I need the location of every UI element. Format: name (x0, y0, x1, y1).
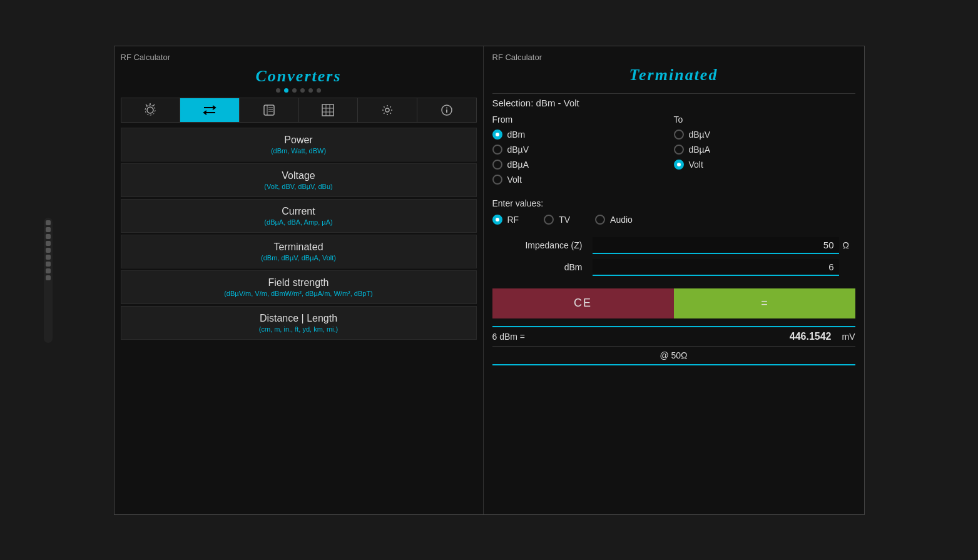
to-dbuv[interactable]: dBµV (674, 130, 855, 140)
result-label: 6 dBm = (492, 332, 790, 342)
menu-distance-sub: (cm, m, in., ft, yd, km, mi.) (131, 325, 466, 333)
result-unit: mV (837, 332, 855, 342)
svg-point-0 (147, 107, 153, 113)
left-panel-title: RF Calculator (121, 53, 477, 62)
impedance-label: Impedance (Z) (492, 240, 593, 250)
dot-2 (284, 88, 288, 93)
menu-terminated[interactable]: Terminated (dBm, dBµV, dBµA, Volt) (121, 235, 477, 268)
from-dbm[interactable]: dBm (492, 130, 674, 140)
separator-top (492, 93, 855, 94)
to-dbuv-radio[interactable] (674, 130, 684, 140)
svg-rect-10 (322, 104, 334, 116)
from-dbuv-label: dBµV (507, 145, 529, 155)
signal-rf-radio[interactable] (492, 215, 502, 225)
toolbar-settings[interactable] (358, 98, 417, 122)
to-dbuv-label: dBµV (689, 130, 711, 140)
svg-point-15 (385, 108, 389, 112)
to-volt[interactable]: Volt (674, 160, 855, 170)
impedance-unit: Ω (843, 240, 855, 250)
from-dbua-radio[interactable] (492, 160, 502, 170)
menu-voltage-sub: (Volt, dBV, dBµV, dBu) (131, 183, 466, 190)
from-col: From dBm dBµV dBµA Volt (492, 115, 674, 190)
from-dbm-radio[interactable] (492, 130, 502, 140)
signal-audio-label: Audio (610, 215, 633, 225)
menu-voltage-title: Voltage (131, 170, 466, 181)
menu-distance-title: Distance | Length (131, 313, 466, 324)
dbm-input[interactable] (593, 259, 839, 276)
menu-current[interactable]: Current (dBµA, dBA, Amp, µA) (121, 199, 477, 233)
equals-button[interactable]: = (674, 288, 855, 318)
result-value: 446.1542 (790, 331, 832, 342)
to-header: To (674, 115, 855, 125)
signal-tv[interactable]: TV (544, 215, 570, 225)
menu-power[interactable]: Power (dBm, Watt, dBW) (121, 128, 477, 161)
to-dbua-label: dBµA (689, 145, 711, 155)
selection-label: Selection: dBm - Volt (492, 98, 855, 108)
dot-4 (300, 88, 305, 93)
from-dbuv[interactable]: dBµV (492, 145, 674, 155)
signal-tv-radio[interactable] (544, 215, 554, 225)
dots-row (121, 88, 477, 93)
signal-type-row: RF TV Audio (492, 215, 855, 230)
from-dbuv-radio[interactable] (492, 145, 502, 155)
result-row: 6 dBm = 446.1542 mV (492, 326, 855, 347)
toolbar-book[interactable] (240, 98, 299, 122)
from-volt-radio[interactable] (492, 175, 502, 185)
toolbar (121, 98, 477, 123)
menu-terminated-title: Terminated (131, 242, 466, 253)
menu-distance[interactable]: Distance | Length (cm, m, in., ft, yd, k… (121, 306, 477, 340)
toolbar-info[interactable] (417, 98, 476, 122)
signal-tv-label: TV (559, 215, 570, 225)
dbm-row: dBm (492, 259, 855, 276)
dot-5 (308, 88, 313, 93)
toolbar-antenna[interactable] (121, 98, 181, 122)
from-volt-label: Volt (507, 175, 522, 185)
impedance-input[interactable] (593, 237, 839, 254)
dbm-label: dBm (492, 262, 593, 272)
menu-voltage[interactable]: Voltage (Volt, dBV, dBµV, dBu) (121, 163, 477, 197)
menu-fieldstrength[interactable]: Field strength (dBµV/m, V/m, dBmW/m², dB… (121, 270, 477, 304)
converters-heading: Converters (121, 67, 477, 86)
buttons-row: CE = (492, 288, 855, 318)
menu-current-title: Current (131, 206, 466, 217)
menu-terminated-sub: (dBm, dBµV, dBµA, Volt) (131, 254, 466, 262)
app-container: RF Calculator Converters (114, 46, 865, 515)
dot-6 (317, 88, 321, 93)
enter-values-label: Enter values: (492, 198, 855, 208)
menu-fieldstrength-title: Field strength (131, 277, 466, 288)
svg-line-3 (146, 104, 148, 106)
from-header: From (492, 115, 674, 125)
from-to-row: From dBm dBµV dBµA Volt (492, 115, 855, 190)
to-volt-radio[interactable] (674, 160, 684, 170)
menu-fieldstrength-sub: (dBµV/m, V/m, dBmW/m², dBµA/m, W/m², dBp… (131, 290, 466, 297)
to-dbua-radio[interactable] (674, 145, 684, 155)
signal-audio[interactable]: Audio (595, 215, 633, 225)
right-panel-title: RF Calculator (492, 53, 855, 62)
menu-current-sub: (dBµA, dBA, Amp, µA) (131, 218, 466, 226)
from-dbua-label: dBµA (507, 160, 529, 170)
from-dbua[interactable]: dBµA (492, 160, 674, 170)
svg-point-18 (446, 107, 447, 108)
from-volt[interactable]: Volt (492, 175, 674, 185)
signal-rf-label: RF (507, 215, 519, 225)
scrollbar[interactable] (44, 218, 53, 343)
dot-3 (292, 88, 297, 93)
to-col: To dBµV dBµA Volt (674, 115, 855, 190)
menu-power-title: Power (131, 135, 466, 146)
to-volt-label: Volt (689, 160, 703, 170)
toolbar-table[interactable] (299, 98, 359, 122)
ce-button[interactable]: CE (492, 288, 674, 318)
dot-1 (276, 88, 280, 93)
terminated-heading: Terminated (492, 66, 855, 84)
left-panel: RF Calculator Converters (115, 46, 484, 514)
to-dbua[interactable]: dBµA (674, 145, 855, 155)
signal-audio-radio[interactable] (595, 215, 605, 225)
impedance-row: Impedance (Z) Ω (492, 237, 855, 254)
signal-rf[interactable]: RF (492, 215, 519, 225)
menu-power-sub: (dBm, Watt, dBW) (131, 147, 466, 155)
from-dbm-label: dBm (507, 130, 526, 140)
result-impedance: @ 50Ω (492, 347, 855, 365)
svg-line-4 (153, 104, 155, 106)
right-panel: RF Calculator Terminated Selection: dBm … (484, 46, 864, 514)
toolbar-converters[interactable] (180, 98, 240, 122)
